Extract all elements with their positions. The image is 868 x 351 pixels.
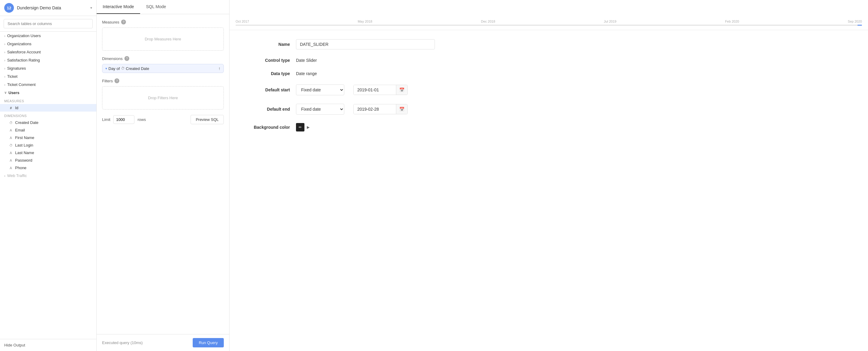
name-input[interactable] (296, 39, 435, 49)
hash-icon: # (8, 106, 13, 110)
measures-label: Measures ? (102, 20, 224, 25)
sidebar-item-ticket-comment[interactable]: › Ticket Comment (0, 80, 96, 89)
chart-labels: Oct 2017 May 2018 Dec 2018 Jul 2019 Feb … (236, 20, 862, 23)
sidebar-item-signatures[interactable]: › Signatures (0, 64, 96, 72)
text-icon: A (8, 129, 13, 132)
measures-help-icon[interactable]: ? (121, 20, 126, 25)
execution-time-label: Executed query (10ms) (102, 341, 143, 345)
limit-label: Limit (102, 117, 110, 122)
tab-sql-mode[interactable]: SQL Mode (140, 0, 172, 14)
measures-drop-zone[interactable]: Drop Measures Here (102, 28, 224, 51)
default-start-date-input[interactable] (354, 85, 396, 95)
control-type-row: Control type Date Slider (248, 58, 850, 63)
sidebar-item-web-traffic[interactable]: › Web Traffic (0, 172, 96, 180)
default-start-date-wrap: 📅 (353, 85, 408, 95)
filters-label: Filters ? (102, 78, 224, 83)
sidebar: 12 Dundersign Demo Data ▾ › Organization… (0, 0, 97, 351)
default-start-calendar-icon[interactable]: 📅 (396, 85, 407, 95)
chevron-right-icon: › (4, 174, 5, 178)
properties-panel: Name Control type Date Slider Data type … (229, 30, 868, 351)
chip-clock-icon: ⏱ (121, 66, 125, 71)
chevron-right-icon: › (4, 75, 5, 78)
data-type-label: Data type (248, 71, 290, 76)
sidebar-chevron-icon[interactable]: ▾ (90, 6, 92, 10)
query-builder: Measures ? Drop Measures Here Dimensions… (97, 14, 229, 334)
sidebar-item-ticket[interactable]: › Ticket (0, 72, 96, 80)
sidebar-leaf-email[interactable]: A Email (0, 126, 96, 134)
chip-field: Created Date (126, 66, 149, 71)
sidebar-item-salesforce-account[interactable]: › Salesforce Account (0, 48, 96, 56)
sidebar-header: 12 Dundersign Demo Data ▾ (0, 0, 96, 16)
search-input[interactable] (4, 19, 93, 28)
default-end-date-input[interactable] (354, 104, 396, 114)
default-end-label: Default end (248, 107, 290, 112)
sidebar-tree: › Organization Users › Organizations › S… (0, 32, 96, 339)
dimension-chip-container: ▾ Day of ⏱ Created Date ↑ (102, 64, 224, 73)
dimensions-section-label: Dimensions (0, 113, 96, 119)
sidebar-leaf-id[interactable]: # Id (0, 104, 96, 112)
name-label: Name (248, 42, 290, 47)
timeline-track[interactable] (236, 25, 862, 26)
dimensions-help-icon[interactable]: ? (124, 56, 129, 61)
sidebar-item-users[interactable]: ∨ Users (0, 89, 96, 97)
chevron-right-icon: › (4, 42, 5, 46)
mode-tabs: Interactive Mode SQL Mode (97, 0, 229, 14)
text-icon: A (8, 159, 13, 162)
middle-panel: Interactive Mode SQL Mode Measures ? Dro… (97, 0, 229, 351)
sidebar-leaf-password[interactable]: A Password (0, 156, 96, 164)
color-picker-row: ✏ ▶ (296, 123, 310, 132)
sidebar-leaf-created-date[interactable]: ⏱ Created Date (0, 119, 96, 126)
timeline-fill (858, 25, 862, 26)
tab-interactive-mode[interactable]: Interactive Mode (97, 0, 140, 14)
default-end-row: Default end Fixed date Relative date No … (248, 104, 850, 114)
sidebar-title: Dundersign Demo Data (17, 5, 90, 10)
chevron-right-icon: › (4, 50, 5, 54)
query-footer: Executed query (10ms) Run Query (97, 334, 229, 351)
sidebar-item-satisfaction-rating[interactable]: › Satisfaction Rating (0, 56, 96, 64)
sidebar-leaf-phone[interactable]: A Phone (0, 164, 96, 172)
chart-area: Oct 2017 May 2018 Dec 2018 Jul 2019 Feb … (229, 0, 868, 30)
chevron-right-icon: › (4, 34, 5, 38)
run-query-button[interactable]: Run Query (193, 338, 224, 347)
text-icon: A (8, 136, 13, 140)
color-swatch[interactable]: ✏ (296, 123, 304, 132)
default-end-calendar-icon[interactable]: 📅 (396, 104, 407, 114)
bg-color-label: Background color (248, 125, 290, 130)
sidebar-leaf-last-name[interactable]: A Last Name (0, 149, 96, 156)
bg-color-row: Background color ✏ ▶ (248, 123, 850, 132)
hide-output-button[interactable]: Hide Output (0, 339, 96, 351)
default-end-date-wrap: 📅 (353, 104, 408, 114)
chevron-right-icon: › (4, 83, 5, 86)
sidebar-item-organization-users[interactable]: › Organization Users (0, 32, 96, 40)
text-icon: A (8, 151, 13, 155)
filters-help-icon[interactable]: ? (115, 78, 119, 83)
sidebar-leaf-first-name[interactable]: A First Name (0, 134, 96, 141)
name-row: Name (248, 39, 850, 49)
chevron-down-icon: ∨ (4, 91, 7, 95)
color-expand-icon[interactable]: ▶ (307, 125, 310, 129)
default-start-label: Default start (248, 87, 290, 92)
dimensions-label: Dimensions ? (102, 56, 224, 61)
chip-dropdown-icon: ▾ (105, 67, 107, 71)
sidebar-item-organizations[interactable]: › Organizations (0, 40, 96, 48)
sidebar-search-container (0, 16, 96, 32)
clock-icon: ⏱ (8, 144, 13, 147)
preview-sql-button[interactable]: Preview SQL (191, 115, 224, 124)
data-type-value: Date range (296, 71, 317, 76)
chevron-right-icon: › (4, 59, 5, 62)
text-icon: A (8, 166, 13, 170)
measures-section-label: Measures (0, 98, 96, 104)
default-end-select[interactable]: Fixed date Relative date No default (296, 104, 344, 114)
filters-drop-zone[interactable]: Drop Filters Here (102, 86, 224, 109)
clock-icon: ⏱ (8, 121, 13, 125)
default-start-row: Default start Fixed date Relative date N… (248, 84, 850, 95)
limit-input[interactable] (113, 115, 134, 124)
dimension-chip[interactable]: ▾ Day of ⏱ Created Date (105, 66, 149, 71)
right-panel: Oct 2017 May 2018 Dec 2018 Jul 2019 Feb … (229, 0, 868, 351)
sort-button[interactable]: ↑ (218, 66, 220, 71)
default-start-select[interactable]: Fixed date Relative date No default (296, 84, 344, 95)
limit-row: Limit rows Preview SQL (102, 115, 224, 124)
control-type-label: Control type (248, 58, 290, 63)
sidebar-leaf-last-login[interactable]: ⏱ Last Login (0, 141, 96, 149)
chip-prefix: Day of (108, 66, 120, 71)
